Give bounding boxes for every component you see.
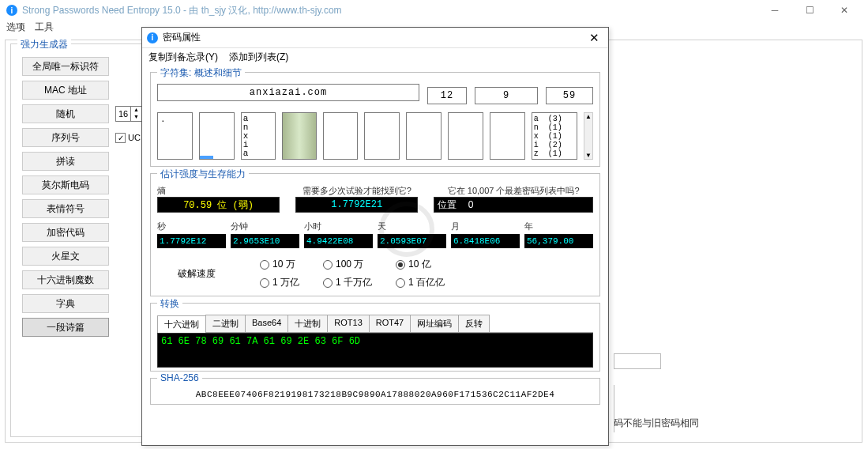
entropy-value: 70.59 位 (弱): [157, 197, 280, 213]
menu-add-list[interactable]: 添加到列表(Z): [229, 51, 288, 64]
btn-guid[interactable]: 全局唯一标识符: [22, 57, 109, 76]
length-value: 12: [427, 87, 467, 104]
btn-crypto[interactable]: 加密代码: [22, 223, 109, 242]
window-title: Strong Passwords Need Entropy 15.0 - 由 t…: [22, 4, 342, 17]
app-icon: i: [6, 5, 17, 16]
charset-legend: 字符集: 概述和细节: [157, 66, 245, 80]
btn-random[interactable]: 随机: [22, 104, 109, 123]
convert-output[interactable]: 61 6E 78 69 61 7A 61 69 2E 63 6F 6D: [157, 333, 593, 368]
charset-cell-gradient: [282, 112, 316, 160]
charset-cell-5: [323, 112, 359, 160]
btn-serial[interactable]: 序列号: [22, 128, 109, 147]
entropy-label: 熵: [157, 185, 280, 197]
charset-cell-1: [157, 112, 193, 160]
btn-dict[interactable]: 字典: [22, 294, 109, 313]
dialog-menu: 复制到备忘录(Y) 添加到列表(Z): [142, 48, 608, 66]
speed-100q[interactable]: 1 百亿亿: [396, 276, 445, 289]
convert-fieldset: 转换 十六进制 二进制 Base64 十进制 ROT13 ROT47 网址编码 …: [150, 303, 600, 372]
worst-list-value: 位置 0: [434, 197, 593, 213]
tab-dec[interactable]: 十进制: [287, 315, 328, 332]
close-button[interactable]: ✕: [827, 0, 862, 21]
sha-legend: SHA-256: [157, 372, 202, 383]
uc-checkbox[interactable]: ✓UC: [115, 133, 141, 143]
trials-value: 1.7792E21: [295, 197, 418, 213]
btn-hexmagic[interactable]: 十六进制魔数: [22, 270, 109, 289]
dialog-close-button[interactable]: ✕: [584, 28, 603, 47]
window-title-bar: i Strong Passwords Need Entropy 15.0 - 由…: [0, 0, 868, 21]
charset-cell-6: [364, 112, 400, 160]
partial-box-1: [614, 353, 661, 369]
speed-1t[interactable]: 1 万亿: [260, 276, 299, 289]
password-display: anxiazai.com: [157, 84, 419, 101]
charset-cell-7: [406, 112, 442, 160]
password-properties-dialog: i 密码属性 ✕ 复制到备忘录(Y) 添加到列表(Z) 字符集: 概述和细节 a…: [141, 27, 609, 446]
convert-legend: 转换: [157, 297, 182, 311]
charset-cell-8: [448, 112, 483, 160]
time-minutes: 2.9653E10: [231, 234, 299, 248]
worst-list-label: 它在 10,007 个最差密码列表中吗?: [434, 185, 593, 197]
btn-mac[interactable]: MAC 地址: [22, 81, 109, 100]
radix-value: 59: [546, 87, 593, 104]
btn-pinyin[interactable]: 拼读: [22, 152, 109, 171]
tab-hex[interactable]: 十六进制: [157, 315, 206, 333]
speed-1b[interactable]: 10 亿: [396, 258, 445, 271]
generator-legend: 强力生成器: [17, 38, 71, 51]
time-years: 56,379.00: [524, 234, 593, 248]
tab-rot47[interactable]: ROT47: [369, 315, 411, 332]
crack-speed-label: 破解速度: [157, 267, 236, 281]
menu-tools[interactable]: 工具: [35, 21, 54, 36]
menu-options[interactable]: 选项: [6, 21, 25, 36]
btn-emoji[interactable]: 表情符号: [22, 199, 109, 218]
maximize-button[interactable]: ☐: [792, 0, 827, 21]
menu-copy-memo[interactable]: 复制到备忘录(Y): [148, 51, 218, 64]
tab-rev[interactable]: 反转: [458, 315, 490, 332]
generator-groupbox: 强力生成器 全局唯一标识符 MAC 地址 随机 16 ▲▼ 序列号 ✓UC 拼读…: [10, 43, 145, 437]
convert-tabs: 十六进制 二进制 Base64 十进制 ROT13 ROT47 网址编码 反转: [157, 315, 593, 333]
random-length-spin[interactable]: 16 ▲▼: [115, 106, 142, 122]
charset-cell-counts: a (3) n (1) x (1) i (2) z (1): [532, 112, 577, 160]
charset-scrollbar[interactable]: ▲▼: [584, 112, 593, 160]
tab-url[interactable]: 网址编码: [410, 315, 459, 332]
sha-fieldset: SHA-256 ABC8EEE07406F8219198173218B9C989…: [150, 378, 600, 405]
tab-rot13[interactable]: ROT13: [327, 315, 369, 332]
dialog-title: 密码属性: [163, 31, 201, 44]
speed-1q[interactable]: 1 千万亿: [323, 276, 372, 289]
charset-cell-2: [199, 112, 235, 160]
dialog-icon: i: [147, 32, 158, 43]
tab-bin[interactable]: 二进制: [205, 315, 246, 332]
time-days: 2.0593E07: [378, 234, 446, 248]
btn-mars[interactable]: 火星文: [22, 247, 109, 266]
strength-fieldset: 估计强度与生存能力 熵 70.59 位 (弱) 需要多少次试验才能找到它? 1.…: [150, 173, 600, 296]
partial-box-2: [614, 385, 629, 432]
speed-1m[interactable]: 100 万: [323, 258, 372, 271]
time-months: 6.8418E06: [451, 234, 520, 248]
charset-fieldset: 字符集: 概述和细节 anxiazai.com 长度 独特字符 基数 12 9 …: [150, 72, 600, 167]
unique-value: 9: [475, 87, 538, 104]
btn-morse[interactable]: 莫尔斯电码: [22, 175, 109, 194]
btn-verse[interactable]: 一段诗篇: [22, 318, 109, 337]
time-hours: 4.9422E08: [304, 234, 373, 248]
minimize-button[interactable]: ─: [757, 0, 792, 21]
strength-legend: 估计强度与生存能力: [157, 168, 249, 181]
dialog-title-bar: i 密码属性 ✕: [142, 28, 608, 48]
tab-b64[interactable]: Base64: [245, 315, 288, 332]
charset-cell-9: [490, 112, 525, 160]
charset-cell-chars: a n x i a: [241, 112, 276, 160]
time-seconds: 1.7792E12: [157, 234, 226, 248]
trials-label: 需要多少次试验才能找到它?: [295, 185, 418, 197]
speed-100k[interactable]: 10 万: [260, 258, 299, 271]
sha-value: ABC8EEE07406F8219198173218B9C9890A178880…: [157, 387, 593, 402]
